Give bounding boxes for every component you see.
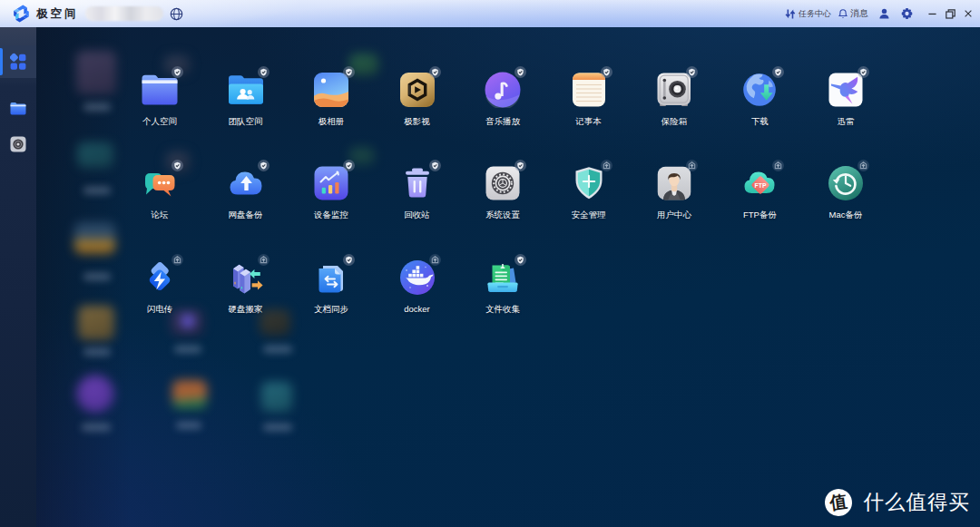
- svg-text:FTP: FTP: [754, 182, 766, 189]
